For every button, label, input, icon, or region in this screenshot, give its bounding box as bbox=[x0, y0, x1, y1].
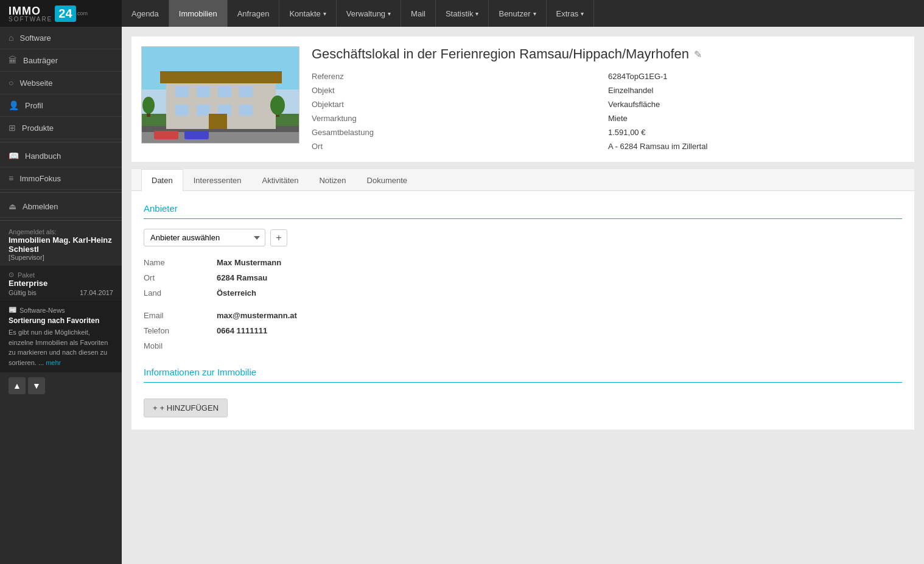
sidebar-item-bautraeger[interactable]: 🏛 Bauträger bbox=[0, 49, 122, 72]
hinzufuegen-label: + HINZUFÜGEN bbox=[160, 403, 219, 413]
sidebar-role: [Supervisor] bbox=[9, 254, 113, 261]
svg-rect-17 bbox=[184, 131, 209, 139]
svg-rect-14 bbox=[239, 105, 253, 116]
detail-label-vermarktung: Vermarktung bbox=[312, 113, 608, 124]
sidebar-label-software: Software bbox=[19, 33, 51, 43]
nav-mail[interactable]: Mail bbox=[401, 0, 436, 27]
sidebar-label-abmelden: Abmelden bbox=[23, 202, 58, 211]
main-content: Geschäftslokal in der Ferienregion Ramsa… bbox=[122, 27, 924, 564]
property-details: Referenz 6284TopG1EG-1 Objekt Einzelhand… bbox=[312, 71, 905, 152]
logo-dot: .com bbox=[76, 10, 88, 16]
sidebar-divider-2 bbox=[0, 192, 122, 193]
nav-benutzer[interactable]: Benutzer▾ bbox=[489, 0, 546, 27]
property-tabs: Daten Interessenten Aktivitäten Notizen … bbox=[131, 169, 914, 191]
contact-value-land: Österreich bbox=[217, 287, 902, 299]
contact-value-name: Max Mustermann bbox=[217, 256, 902, 269]
logo-badge: 24 bbox=[55, 5, 75, 22]
detail-value-gesamtbelastung: 1.591,00 € bbox=[608, 127, 905, 138]
logo[interactable]: IMMO SOFTWARE 24 .com bbox=[0, 0, 122, 27]
scroll-down-button[interactable]: ▼ bbox=[28, 377, 45, 394]
nav-extras[interactable]: Extras▾ bbox=[547, 0, 595, 27]
user-icon: 👤 bbox=[9, 100, 19, 110]
contact-grid: Name Max Mustermann Ort 6284 Ramsau Land… bbox=[144, 256, 902, 352]
tab-interessenten[interactable]: Interessenten bbox=[183, 169, 252, 191]
hinzufuegen-icon: + bbox=[153, 403, 158, 413]
contact-divider bbox=[144, 302, 902, 307]
home-icon: ⌂ bbox=[9, 33, 13, 43]
anbieter-add-button[interactable]: + bbox=[270, 229, 287, 246]
nav-verwaltung[interactable]: Verwaltung▾ bbox=[337, 0, 401, 27]
chevron-down-icon: ▾ bbox=[388, 10, 391, 17]
anbieter-dropdown[interactable]: Anbieter auswählen bbox=[144, 229, 265, 246]
products-icon: ⊞ bbox=[9, 123, 16, 133]
valid-label: Gültig bis bbox=[9, 289, 37, 296]
sidebar-label-handbuch: Handbuch bbox=[25, 151, 61, 161]
immobilie-section-title: Informationen zur Immobilie bbox=[144, 367, 902, 383]
svg-point-21 bbox=[142, 97, 155, 114]
edit-icon[interactable]: ✎ bbox=[694, 49, 702, 60]
contact-label-telefon: Telefon bbox=[144, 324, 217, 337]
news-body: Es gibt nun die Möglichkeit, einzelne Im… bbox=[9, 327, 113, 367]
tab-notizen[interactable]: Notizen bbox=[309, 169, 356, 191]
sidebar-label-produkte: Produkte bbox=[22, 124, 54, 133]
building-icon: 🏛 bbox=[9, 55, 17, 65]
valid-date: 17.04.2017 bbox=[80, 289, 113, 296]
detail-value-ort: A - 6284 Ramsau im Zillertal bbox=[608, 141, 905, 152]
nav-kontakte[interactable]: Kontakte▾ bbox=[279, 0, 336, 27]
nav-items: Agenda Immobilien Anfragen Kontakte▾ Ver… bbox=[122, 0, 594, 27]
anbieter-select-row: Anbieter auswählen + bbox=[144, 229, 902, 246]
logo-sub: SOFTWARE bbox=[9, 16, 52, 23]
tab-content-daten: Anbieter Anbieter auswählen + Name Max M… bbox=[131, 191, 914, 430]
news-more-link[interactable]: mehr bbox=[46, 359, 61, 366]
sidebar-item-webseite[interactable]: ○ Webseite bbox=[0, 72, 122, 94]
contact-value-telefon: 0664 1111111 bbox=[217, 324, 902, 337]
tab-aktivitaeten[interactable]: Aktivitäten bbox=[251, 169, 309, 191]
news-nav-title: 📰 Software-News bbox=[9, 306, 113, 314]
detail-value-objektart: Verkaufsfläche bbox=[608, 99, 905, 110]
hinzufuegen-button[interactable]: + + HINZUFÜGEN bbox=[144, 399, 228, 417]
property-title: Geschäftslokal in der Ferienregion Ramsa… bbox=[312, 46, 905, 62]
nav-statistik[interactable]: Statistik▾ bbox=[436, 0, 489, 27]
sidebar-arrows: ▲ ▼ bbox=[0, 372, 122, 399]
svg-rect-15 bbox=[209, 114, 227, 129]
chevron-down-icon: ▾ bbox=[323, 10, 326, 17]
detail-label-referenz: Referenz bbox=[312, 71, 608, 82]
detail-label-objekt: Objekt bbox=[312, 85, 608, 96]
nav-anfragen[interactable]: Anfragen bbox=[228, 0, 280, 27]
top-navigation: IMMO SOFTWARE 24 .com Agenda Immobilien … bbox=[0, 0, 924, 27]
sidebar-item-handbuch[interactable]: 📖 Handbuch bbox=[0, 145, 122, 167]
sidebar-item-software[interactable]: ⌂ Software bbox=[0, 27, 122, 49]
sidebar-divider-1 bbox=[0, 142, 122, 142]
contact-label-name: Name bbox=[144, 256, 217, 269]
tab-dokumente[interactable]: Dokumente bbox=[357, 169, 418, 191]
svg-rect-6 bbox=[160, 71, 282, 83]
svg-rect-10 bbox=[239, 86, 253, 97]
scroll-up-button[interactable]: ▲ bbox=[9, 377, 26, 394]
property-image-svg bbox=[142, 47, 299, 144]
anbieter-section-title: Anbieter bbox=[144, 203, 902, 219]
nav-agenda[interactable]: Agenda bbox=[122, 0, 169, 27]
package-name: Enterprise bbox=[9, 279, 113, 288]
sidebar-label-webseite: Webseite bbox=[19, 78, 52, 88]
logout-icon: ⏏ bbox=[9, 201, 16, 211]
sidebar-item-immofokus[interactable]: ≡ ImmoFokus bbox=[0, 167, 122, 190]
svg-rect-16 bbox=[154, 131, 178, 139]
svg-rect-9 bbox=[218, 86, 231, 97]
news-headline: Sortierung nach Favoriten bbox=[9, 316, 113, 325]
sidebar-label-immofokus: ImmoFokus bbox=[19, 174, 61, 183]
sidebar-item-profil[interactable]: 👤 Profil bbox=[0, 94, 122, 117]
svg-rect-12 bbox=[197, 105, 210, 116]
svg-rect-8 bbox=[197, 86, 210, 97]
sidebar: ⌂ Software 🏛 Bauträger ○ Webseite 👤 Prof… bbox=[0, 27, 122, 564]
contact-value-email: max@mustermann.at bbox=[217, 309, 902, 322]
chart-icon: ≡ bbox=[9, 173, 13, 183]
tab-daten[interactable]: Daten bbox=[141, 169, 183, 191]
sidebar-label-profil: Profil bbox=[25, 101, 43, 110]
news-icon: 📰 bbox=[9, 306, 17, 314]
sidebar-item-produkte[interactable]: ⊞ Produkte bbox=[0, 117, 122, 139]
property-image bbox=[141, 46, 299, 144]
detail-label-objektart: Objektart bbox=[312, 99, 608, 110]
detail-label-gesamtbelastung: Gesamtbelastung bbox=[312, 127, 608, 138]
nav-immobilien[interactable]: Immobilien bbox=[169, 0, 228, 27]
sidebar-item-abmelden[interactable]: ⏏ Abmelden bbox=[0, 195, 122, 218]
